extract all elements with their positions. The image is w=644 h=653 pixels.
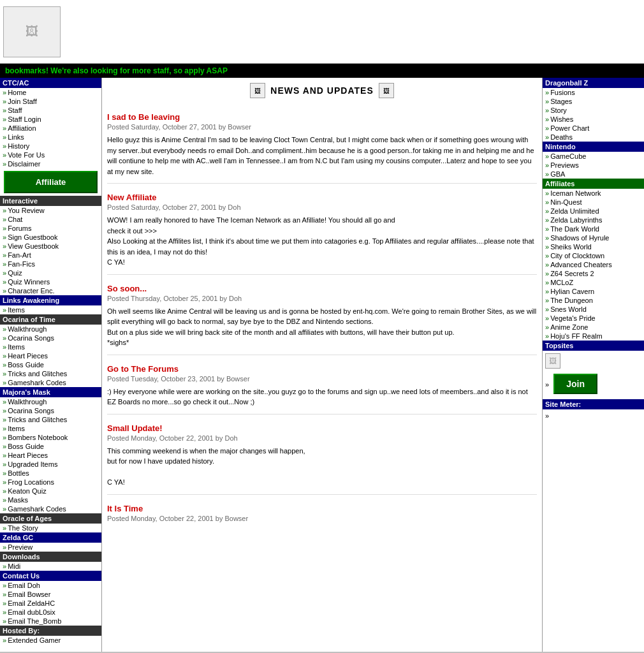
- sidebar-header-oracle: Oracle of Ages: [0, 513, 101, 524]
- sidebar-item-forums[interactable]: Forums: [0, 224, 101, 233]
- sidebar-item-midi[interactable]: Midi: [0, 562, 101, 571]
- sidebar-item-mm-masks[interactable]: Masks: [0, 495, 101, 504]
- sidebar-item-mm-upgraded[interactable]: Upgraded Items: [0, 460, 101, 469]
- sidebar-item-mm-bottles[interactable]: Bottles: [0, 469, 101, 478]
- right-item-shadows-hyrule[interactable]: Shadows of Hyrule: [543, 233, 644, 242]
- sidebar-item-email-dubl0six[interactable]: Email dubL0six: [0, 608, 101, 617]
- post-6-meta: Posted Monday, October 22, 2001 by Bowse…: [107, 515, 537, 522]
- sidebar-item-character-enc[interactable]: Character Enc.: [0, 286, 101, 295]
- marquee-bar: bookmarks! We're also looking for more s…: [0, 64, 644, 78]
- sidebar-item-extended-gamer[interactable]: Extended Gamer: [0, 636, 101, 645]
- sidebar-item-mm-frog[interactable]: Frog Locations: [0, 478, 101, 487]
- sidebar-item-oot-tricks[interactable]: Tricks and Glitches: [0, 369, 101, 378]
- right-item-stages[interactable]: Stages: [543, 97, 644, 106]
- banner-image: 🖼: [3, 6, 61, 57]
- sidebar-header-oot: Ocarina of Time: [0, 314, 101, 325]
- center-content: 🖼 NEWS AND UPDATES 🖼 I sad to Be leaving…: [102, 78, 542, 652]
- sidebar-item-mm-tricks[interactable]: Tricks and Glitches: [0, 415, 101, 424]
- right-header-site-meter: Site Meter:: [543, 399, 644, 409]
- sidebar-item-fan-art[interactable]: Fan-Art: [0, 251, 101, 260]
- right-item-gamecube[interactable]: GameCube: [543, 152, 644, 161]
- sidebar-item-view-guestbook[interactable]: View Guestbook: [0, 242, 101, 251]
- post-2-title: New Affiliate: [107, 193, 537, 202]
- sidebar-item-email-doh[interactable]: Email Doh: [0, 581, 101, 590]
- sidebar-item-mm-gameshark[interactable]: Gameshark Codes: [0, 504, 101, 513]
- sidebar-item-affiliation[interactable]: Affiliation: [0, 124, 101, 133]
- sidebar-item-oot-items[interactable]: Items: [0, 342, 101, 351]
- right-item-z64-secrets[interactable]: Z64 Secrets 2: [543, 269, 644, 278]
- sidebar-item-email-bowser[interactable]: Email Bowser: [0, 590, 101, 599]
- sidebar-item-mm-items[interactable]: Items: [0, 424, 101, 433]
- sidebar-item-vote[interactable]: Vote For Us: [0, 150, 101, 159]
- right-item-deaths[interactable]: Deaths: [543, 133, 644, 142]
- right-item-advanced-cheaters[interactable]: Advanced Cheaters: [543, 260, 644, 269]
- sidebar-item-home[interactable]: Home: [0, 88, 101, 97]
- site-meter-section: »: [543, 409, 644, 422]
- sidebar-item-mm-heart-pieces[interactable]: Heart Pieces: [0, 451, 101, 460]
- right-item-previews[interactable]: Previews: [543, 161, 644, 170]
- sidebar-item-oot-gameshark[interactable]: Gameshark Codes: [0, 378, 101, 387]
- sidebar-item-mm-walkthrough[interactable]: Walkthrough: [0, 397, 101, 406]
- right-item-the-dungeon[interactable]: The Dungeon: [543, 296, 644, 305]
- sidebar-item-quiz[interactable]: Quiz: [0, 268, 101, 277]
- right-item-hylian-cavern[interactable]: Hylian Cavern: [543, 287, 644, 296]
- right-item-zelda-labyrinths[interactable]: Zelda Labyrinths: [543, 216, 644, 224]
- post-4-meta: Posted Tuesday, October 23, 2001 by Bows…: [107, 375, 537, 383]
- sidebar-item-disclaimer[interactable]: Disclaimer: [0, 159, 101, 168]
- right-item-story[interactable]: Story: [543, 106, 644, 115]
- sidebar-item-sign-guestbook[interactable]: Sign Guestbook: [0, 233, 101, 242]
- sidebar-item-email-bomb[interactable]: Email The_Bomb: [0, 617, 101, 626]
- sidebar-item-join-staff[interactable]: Join Staff: [0, 97, 101, 106]
- right-header-topsites: Topsites: [543, 341, 644, 351]
- marquee-text: bookmarks! We're also looking for more s…: [5, 66, 228, 75]
- post-5-body: This comming weekend is when the major c…: [107, 446, 537, 488]
- sidebar-item-fan-fics[interactable]: Fan-Fics: [0, 260, 101, 268]
- sidebar-item-gc-preview[interactable]: Preview: [0, 543, 101, 552]
- right-item-snes-world[interactable]: Snes World: [543, 305, 644, 314]
- post-6: It Is Time Posted Monday, October 22, 20…: [107, 504, 537, 522]
- right-item-anime-zone[interactable]: Anime Zone: [543, 323, 644, 332]
- right-item-city-clocktown[interactable]: City of Clocktown: [543, 251, 644, 260]
- right-item-zelda-unlimited[interactable]: Zelda Unlimited: [543, 207, 644, 216]
- sidebar-header-mm: Majora's Mask: [0, 387, 101, 397]
- right-item-dark-world[interactable]: The Dark World: [543, 224, 644, 233]
- right-item-iceman[interactable]: Iceman Network: [543, 189, 644, 198]
- sidebar-item-oot-ocarina-songs[interactable]: Ocarina Songs: [0, 334, 101, 342]
- sidebar-item-mm-boss-guide[interactable]: Boss Guide: [0, 442, 101, 451]
- post-3-title: So soon...: [107, 284, 537, 293]
- sidebar-item-chat[interactable]: Chat: [0, 215, 101, 224]
- sidebar-item-staff-login[interactable]: Staff Login: [0, 115, 101, 124]
- post-2-body: WOW! I am really honored to have The Ice…: [107, 215, 537, 268]
- right-header-dbz: Dragonball Z: [543, 78, 644, 88]
- right-item-vegeta[interactable]: Vegeta's Pride: [543, 314, 644, 323]
- sidebar-item-mm-keaton[interactable]: Keaton Quiz: [0, 487, 101, 495]
- right-item-power-chart[interactable]: Power Chart: [543, 124, 644, 133]
- sidebar-item-oot-walkthrough[interactable]: Walkthrough: [0, 325, 101, 334]
- sidebar-item-staff[interactable]: Staff: [0, 106, 101, 115]
- sidebar-item-quiz-winners[interactable]: Quiz Winners: [0, 277, 101, 286]
- join-button[interactable]: Join: [553, 374, 597, 394]
- right-item-nin-quest[interactable]: Nin-Quest: [543, 198, 644, 207]
- news-header: 🖼 NEWS AND UPDATES 🖼: [107, 78, 537, 103]
- sidebar-item-mm-ocarina-songs[interactable]: Ocarina Songs: [0, 406, 101, 415]
- right-item-hoju[interactable]: Hoju's FF Realm: [543, 332, 644, 341]
- post-3-meta: Posted Thursday, October 25, 2001 by Doh: [107, 295, 537, 302]
- right-item-wishes[interactable]: Wishes: [543, 115, 644, 124]
- sidebar-item-oot-boss-guide[interactable]: Boss Guide: [0, 360, 101, 369]
- post-5: Small Update! Posted Monday, October 22,…: [107, 423, 537, 488]
- sidebar-item-oracle-story[interactable]: The Story: [0, 524, 101, 532]
- sidebar-item-oot-heart-pieces[interactable]: Heart Pieces: [0, 351, 101, 360]
- right-item-gba[interactable]: GBA: [543, 170, 644, 179]
- affiliate-button[interactable]: Affiliate: [4, 171, 98, 193]
- sidebar-item-links[interactable]: Links: [0, 133, 101, 142]
- right-item-fusions[interactable]: Fusions: [543, 88, 644, 97]
- sidebar-item-history[interactable]: History: [0, 142, 101, 150]
- right-item-sheiks-world[interactable]: Sheiks World: [543, 242, 644, 251]
- sidebar-item-mm-bombers[interactable]: Bombers Notebook: [0, 433, 101, 442]
- sidebar-item-you-review[interactable]: You Review: [0, 206, 101, 215]
- main-layout: CTC/AC Home Join Staff Staff Staff Login…: [0, 78, 644, 652]
- sidebar-item-la-items[interactable]: Items: [0, 305, 101, 314]
- sidebar-header-links-awakening: Links Awakening: [0, 295, 101, 305]
- right-item-mcloz[interactable]: MCLoZ: [543, 278, 644, 287]
- sidebar-item-email-zeldahc[interactable]: Email ZeldaHC: [0, 599, 101, 608]
